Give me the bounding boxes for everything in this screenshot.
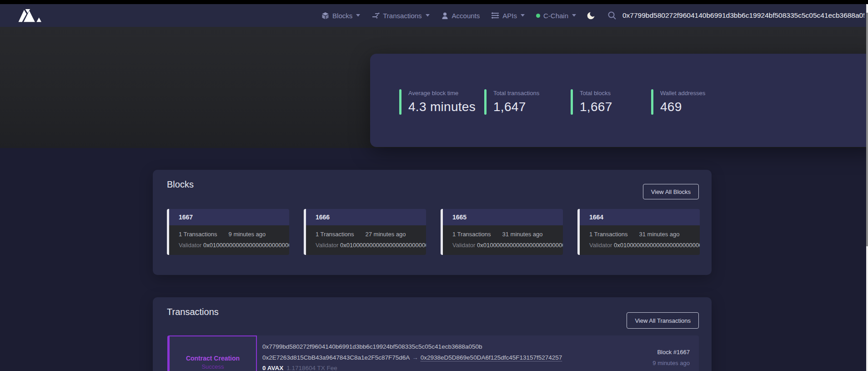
chevron-down-icon — [356, 14, 360, 17]
block-tx-count: 1 Transactions — [179, 231, 217, 238]
transaction-from-address[interactable]: 0x2E7263d815CbB43a9647843C8a1e2F5c87F75d… — [262, 354, 410, 361]
stat-value: 4.3 minutes — [408, 100, 476, 114]
stat-label: Wallet addresses — [660, 90, 705, 97]
block-time-ago: 31 minutes ago — [502, 231, 543, 238]
stat-label: Total transactions — [493, 90, 539, 97]
block-time-ago: 31 minutes ago — [639, 231, 680, 238]
chevron-down-icon — [521, 14, 525, 17]
nav-item-transactions[interactable]: Transactions — [371, 12, 429, 20]
transaction-time-ago: 9 minutes ago — [652, 360, 690, 366]
page: Blocks Transactions — [0, 0, 868, 371]
transaction-type-cell: Contract Creation Success — [170, 335, 257, 371]
top-black-strip — [0, 0, 868, 4]
view-all-transactions-button[interactable]: View All Transactions — [627, 312, 699, 329]
view-all-blocks-button[interactable]: View All Blocks — [643, 184, 699, 199]
block-tx-count: 1 Transactions — [452, 231, 491, 238]
transactions-section-title: Transactions — [167, 307, 219, 317]
stat-accent-bar — [651, 89, 653, 115]
chevron-down-icon — [572, 14, 576, 17]
block-tx-count: 1 Transactions — [589, 231, 628, 238]
blocks-section: Blocks View All Blocks 1667 1 Transactio… — [153, 170, 712, 275]
block-card[interactable]: 1664 1 Transactions 31 minutes ago Valid… — [577, 209, 700, 255]
scrollbar-thumb[interactable] — [866, 13, 868, 246]
block-time-ago: 9 minutes ago — [229, 231, 266, 238]
block-number: 1667 — [179, 213, 193, 221]
stat-accent-bar — [484, 89, 487, 115]
stat-label: Average block time — [408, 90, 476, 97]
transaction-hash[interactable]: 0x7799bd580272f9604140b6991d3bb6c19924bf… — [262, 341, 562, 352]
stat-label: Total blocks — [580, 90, 612, 97]
stat-total-blocks: Total blocks 1,667 — [571, 89, 651, 147]
nav-item-apis[interactable]: APIs — [491, 12, 525, 20]
transaction-row[interactable]: Contract Creation Success 0x7799bd580272… — [167, 335, 699, 371]
stat-average-block-time: Average block time 4.3 minutes — [399, 89, 484, 147]
navbar: Blocks Transactions — [0, 4, 868, 27]
search-input[interactable] — [622, 11, 864, 20]
nav-item-accounts[interactable]: Accounts — [441, 12, 480, 20]
transactions-section: Transactions View All Transactions Contr… — [153, 297, 712, 371]
nav-label-blocks: Blocks — [332, 12, 352, 20]
validator-label: Validator — [316, 242, 338, 249]
network-stats-card: Average block time 4.3 minutes Total tra… — [370, 54, 868, 147]
transaction-block-ref[interactable]: Block #1667 — [652, 349, 690, 356]
transaction-amount: 0 AVAX — [262, 365, 283, 371]
stat-value: 1,647 — [493, 100, 539, 114]
nav-label-transactions: Transactions — [383, 12, 421, 20]
validator-address: 0x0100000000000000000000000... — [203, 242, 289, 249]
person-icon — [441, 12, 449, 20]
search-icon — [607, 11, 617, 20]
nav-item-chain-selector[interactable]: C-Chain — [536, 12, 576, 20]
validator-label: Validator — [452, 242, 475, 249]
nav-label-c-chain: C-Chain — [543, 12, 568, 20]
stat-value: 1,667 — [580, 100, 612, 114]
block-cards-row: 1667 1 Transactions 9 minutes ago Valida… — [167, 209, 700, 255]
stat-value: 469 — [660, 100, 705, 114]
swap-arrows-icon — [371, 12, 380, 19]
block-tx-count: 1 Transactions — [316, 231, 354, 238]
block-number: 1665 — [452, 213, 467, 221]
validator-address: 0x0100000000000000000000000... — [340, 242, 426, 249]
transaction-meta: Block #1667 9 minutes ago — [652, 335, 699, 371]
stat-accent-bar — [571, 89, 573, 115]
block-time-ago: 27 minutes ago — [366, 231, 406, 238]
validator-address: 0x0100000000000000000000000... — [614, 242, 700, 249]
stat-total-transactions: Total transactions 1,647 — [484, 89, 571, 147]
avalanche-logo[interactable] — [17, 9, 45, 23]
transaction-type: Contract Creation — [186, 355, 240, 362]
stat-accent-bar — [399, 89, 401, 115]
transaction-details: 0x7799bd580272f9604140b6991d3bb6c19924bf… — [257, 335, 562, 371]
nav-item-blocks[interactable]: Blocks — [321, 12, 360, 20]
transaction-fee: 1.1718604 TX Fee — [286, 365, 337, 371]
arrow-right-icon: → — [410, 354, 421, 361]
block-card[interactable]: 1665 1 Transactions 31 minutes ago Valid… — [441, 209, 563, 255]
moon-icon — [586, 11, 596, 20]
block-card[interactable]: 1666 1 Transactions 27 minutes ago Valid… — [304, 209, 426, 255]
search-bar — [607, 11, 864, 20]
stat-wallet-addresses: Wallet addresses 469 — [651, 89, 705, 147]
nav-menu: Blocks Transactions — [321, 12, 576, 20]
blocks-section-title: Blocks — [167, 179, 194, 190]
transaction-status: Success — [201, 363, 224, 370]
block-card[interactable]: 1667 1 Transactions 9 minutes ago Valida… — [167, 209, 289, 255]
chevron-down-icon — [426, 14, 430, 17]
validator-label: Validator — [179, 242, 201, 249]
sliders-icon — [491, 12, 499, 19]
theme-toggle[interactable] — [586, 11, 596, 20]
chain-status-dot — [536, 14, 540, 18]
cube-icon — [321, 12, 329, 20]
nav-label-apis: APIs — [502, 12, 517, 20]
validator-label: Validator — [589, 242, 612, 249]
block-number: 1664 — [589, 213, 603, 221]
nav-label-accounts: Accounts — [452, 12, 480, 20]
scrollbar-track[interactable] — [866, 4, 868, 371]
block-number: 1666 — [316, 213, 330, 221]
validator-address: 0x0100000000000000000000000... — [477, 242, 563, 249]
transaction-to-address[interactable]: 0x2938eD5D869e50DA6f125dfc45F13157f52742… — [421, 354, 562, 361]
